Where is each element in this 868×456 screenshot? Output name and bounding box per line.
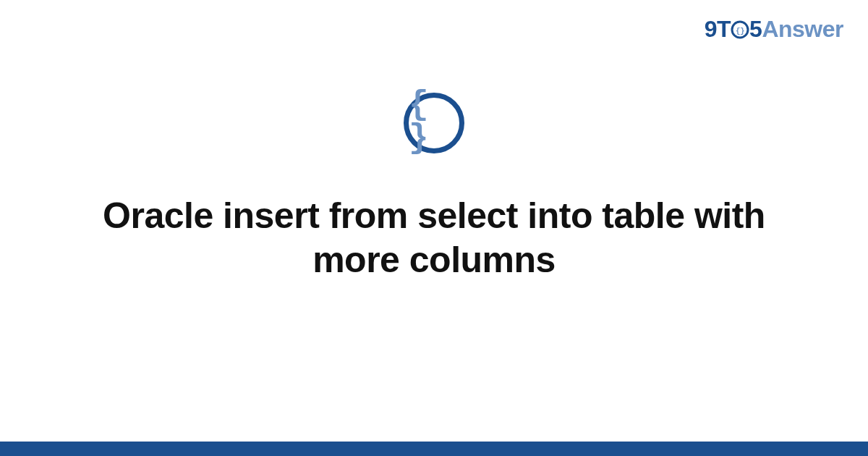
brand-o-icon: {}: [731, 20, 749, 39]
braces-icon: { }: [409, 88, 459, 155]
page-root: 9T{}5Answer { } Oracle insert from selec…: [0, 0, 868, 456]
category-badge: { }: [404, 93, 464, 153]
brand-five: 5: [749, 16, 762, 42]
brand-logo: 9T{}5Answer: [705, 16, 843, 43]
brand-nine: 9: [705, 16, 717, 42]
svg-text:{}: {}: [736, 27, 744, 35]
brand-answer: Answer: [762, 16, 843, 42]
footer-bar: [0, 442, 868, 456]
content-center: { } Oracle insert from select into table…: [0, 93, 868, 282]
brand-t: T: [717, 16, 731, 42]
page-title: Oracle insert from select into table wit…: [72, 194, 796, 282]
